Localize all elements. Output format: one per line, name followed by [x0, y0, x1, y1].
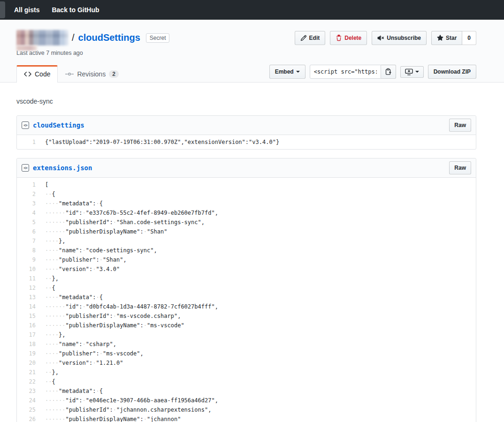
line-number[interactable]: 11: [17, 274, 40, 283]
tab-revisions[interactable]: Revisions 2: [58, 65, 126, 83]
code-line-row: 24······"id":·"e046ec1e-3907-466b-aaea-f…: [17, 396, 476, 405]
gist-actions: Edit Delete Unsubscribe Star 0: [295, 31, 476, 45]
owner-avatar-and-name-blurred[interactable]: [16, 30, 68, 45]
embed-url-input[interactable]: [310, 65, 381, 79]
code-line-row: 19····"publisher":·"ms-vscode",: [17, 349, 476, 358]
download-icon: [405, 68, 413, 75]
line-number[interactable]: 10: [17, 264, 40, 274]
tab-band: Code Revisions 2 Embed: [0, 65, 504, 83]
star-group: Star 0: [431, 31, 476, 45]
code-line-row: 21··},: [17, 368, 476, 377]
star-button-label: Star: [446, 33, 457, 43]
line-number[interactable]: 17: [17, 330, 40, 339]
caret-down-icon: [415, 71, 419, 75]
code-line: ····},: [40, 330, 476, 339]
embed-toolbar: Embed Download ZIP: [269, 65, 476, 79]
edit-button[interactable]: Edit: [295, 31, 326, 45]
line-number[interactable]: 22: [17, 377, 40, 386]
line-number[interactable]: 23: [17, 386, 40, 396]
line-number[interactable]: 26: [17, 414, 40, 422]
code-line-row: 23····"metadata":·{: [17, 386, 476, 396]
code-line: [: [40, 180, 476, 189]
line-number[interactable]: 7: [17, 236, 40, 246]
edit-button-label: Edit: [309, 33, 320, 43]
code-line-row: 1[: [17, 180, 476, 189]
code-line: ····"metadata":·{: [40, 386, 476, 396]
code-line-row: 3····"metadata":·{: [17, 199, 476, 208]
tab-code[interactable]: Code: [16, 65, 58, 83]
nav-all-gists[interactable]: All gists: [14, 6, 39, 14]
line-number[interactable]: 2: [17, 189, 40, 199]
line-number[interactable]: 5: [17, 218, 40, 227]
trash-icon: [336, 35, 342, 41]
code-line-row: 6······"publisherDisplayName":·"Shan": [17, 227, 476, 236]
line-number[interactable]: 18: [17, 339, 40, 349]
line-number[interactable]: 21: [17, 368, 40, 377]
top-nav-links: All gists Back to GitHub: [14, 6, 99, 14]
code-line: ····"name":·"code-settings-sync",: [40, 246, 476, 255]
raw-button[interactable]: Raw: [449, 119, 471, 132]
line-number[interactable]: 8: [17, 246, 40, 255]
code-line-row: 17····},: [17, 330, 476, 339]
line-number[interactable]: 15: [17, 311, 40, 321]
mute-icon: [377, 35, 384, 41]
code-line: ····"publisher":·"ms-vscode",: [40, 349, 476, 358]
line-number[interactable]: 16: [17, 321, 40, 330]
code-line: ····"version":·"3.4.0": [40, 264, 476, 274]
star-icon: [437, 35, 443, 41]
code-line: ····"name":·"csharp",: [40, 339, 476, 349]
line-number[interactable]: 3: [17, 199, 40, 208]
line-number[interactable]: 6: [17, 227, 40, 236]
raw-button[interactable]: Raw: [449, 161, 471, 174]
line-number[interactable]: 12: [17, 283, 40, 293]
line-number[interactable]: 14: [17, 302, 40, 311]
blurred-fragment: [16, 45, 37, 51]
file-name-link[interactable]: extensions.json: [33, 164, 92, 172]
star-count[interactable]: 0: [462, 31, 476, 45]
embed-input-group: [310, 65, 396, 79]
code-line-row: 8····"name":·"code-settings-sync",: [17, 246, 476, 255]
line-number[interactable]: 20: [17, 358, 40, 368]
line-number[interactable]: 24: [17, 396, 40, 405]
code-icon: [24, 70, 31, 78]
gist-logo-partial[interactable]: [0, 1, 5, 18]
line-number[interactable]: 19: [17, 349, 40, 358]
file-name-link[interactable]: cloudSettings: [33, 121, 84, 129]
code-line: ··{: [40, 283, 476, 293]
code-line-row: 5······"publisherId":·"Shan.code-setting…: [17, 218, 476, 227]
line-number[interactable]: 9: [17, 255, 40, 264]
nav-back-to-github[interactable]: Back to GitHub: [52, 6, 99, 14]
embed-dropdown-label: Embed: [275, 67, 294, 76]
unsubscribe-button[interactable]: Unsubscribe: [372, 31, 427, 45]
code-line-row: 20····"version":·"1.21.0": [17, 358, 476, 368]
code-line: ··{: [40, 377, 476, 386]
download-dropdown-button[interactable]: [400, 66, 424, 78]
tabs: Code Revisions 2: [16, 65, 126, 82]
unsubscribe-button-label: Unsubscribe: [387, 33, 421, 43]
revisions-counter: 2: [109, 70, 119, 78]
copy-to-clipboard-button[interactable]: [381, 65, 396, 79]
line-number[interactable]: 13: [17, 293, 40, 302]
code-line-row: 16······"publisherDisplayName":·"ms-vsco…: [17, 321, 476, 330]
secret-badge: Secret: [146, 33, 170, 43]
line-number[interactable]: 4: [17, 208, 40, 218]
gist-description: vscode-sync: [16, 98, 476, 105]
top-nav: All gists Back to GitHub: [0, 0, 504, 20]
star-button[interactable]: Star: [431, 31, 462, 45]
line-number[interactable]: 25: [17, 405, 40, 414]
code-line: {"lastUpload":"2019-07-19T06:31:00.970Z"…: [40, 137, 476, 147]
caret-down-icon: [296, 71, 300, 75]
code-square-icon: <>: [22, 164, 29, 172]
download-zip-button[interactable]: Download ZIP: [428, 65, 476, 79]
line-number[interactable]: 1: [17, 137, 40, 147]
gist-title-link[interactable]: cloudSettings: [78, 32, 140, 43]
clipboard-icon: [385, 68, 392, 75]
code-line: ····"metadata":·{: [40, 199, 476, 208]
line-number[interactable]: 1: [17, 180, 40, 189]
embed-dropdown-button[interactable]: Embed: [269, 65, 305, 79]
code-area: 1[2··{3····"metadata":·{4······"id":·"e3…: [17, 178, 476, 422]
code-line-row: 26······"publisherDisplayName":·"jchanno…: [17, 414, 476, 422]
code-line-row: 22··{: [17, 377, 476, 386]
delete-button[interactable]: Delete: [330, 31, 367, 45]
code-line-row: 15······"publisherId":·"ms-vscode.csharp…: [17, 311, 476, 321]
